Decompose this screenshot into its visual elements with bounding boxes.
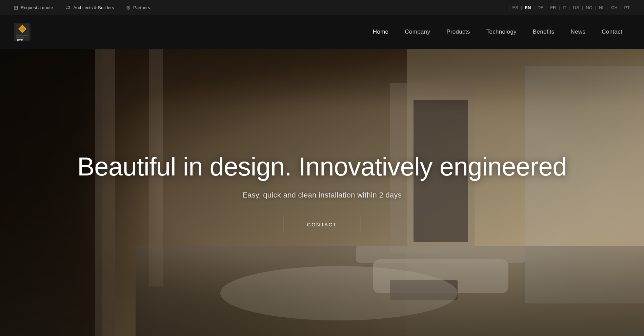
request-quote-link[interactable]: ⊞ Request a quote xyxy=(14,4,53,11)
hero-subtitle: Easy, quick and clean installation withi… xyxy=(242,191,402,200)
lang-de[interactable]: DE xyxy=(537,5,544,10)
main-nav: Home Company Products Technology Benefit… xyxy=(365,26,630,38)
lang-es[interactable]: ES xyxy=(512,5,519,10)
lang-fr[interactable]: FR xyxy=(549,5,557,10)
quote-icon: ⊞ xyxy=(14,4,18,11)
hero-content: Beautiful in design. Innovatively engine… xyxy=(0,49,644,336)
top-bar-links: ⊞ Request a quote 🗂 Architects & Builder… xyxy=(14,4,150,11)
lang-nl[interactable]: NL xyxy=(598,5,605,10)
lang-ch[interactable]: CH xyxy=(610,5,618,10)
hero-section: Beautiful in design. Innovatively engine… xyxy=(0,49,644,336)
partners-label: Partners xyxy=(133,5,150,10)
contact-button[interactable]: CONTACT xyxy=(283,216,361,233)
nav-products[interactable]: Products xyxy=(438,26,478,38)
lang-it[interactable]: IT xyxy=(562,5,567,10)
lang-pt[interactable]: PT xyxy=(623,5,630,10)
partners-icon: ⊛ xyxy=(126,4,130,11)
nav-contact[interactable]: Contact xyxy=(593,26,630,38)
pve-logo-svg: pve xyxy=(14,21,31,42)
architects-link[interactable]: 🗂 Architects & Builders xyxy=(65,4,114,11)
nav-news[interactable]: News xyxy=(563,26,594,38)
partners-link[interactable]: ⊛ Partners xyxy=(126,4,150,11)
architects-label: Architects & Builders xyxy=(73,5,114,10)
lang-no[interactable]: NO xyxy=(585,5,593,10)
lang-en[interactable]: EN xyxy=(524,5,531,10)
logo[interactable]: pve xyxy=(14,21,31,42)
briefcase-icon: 🗂 xyxy=(65,4,71,11)
language-switcher: | ES | EN | DE | FR | IT | US | NO | NL … xyxy=(508,5,630,10)
nav-company[interactable]: Company xyxy=(397,26,438,38)
svg-rect-4 xyxy=(16,35,28,36)
svg-text:pve: pve xyxy=(17,38,23,41)
request-quote-label: Request a quote xyxy=(21,5,53,10)
lang-us[interactable]: US xyxy=(572,5,580,10)
top-bar: ⊞ Request a quote 🗂 Architects & Builder… xyxy=(0,0,644,15)
nav-home[interactable]: Home xyxy=(365,26,397,38)
nav-technology[interactable]: Technology xyxy=(478,26,525,38)
nav-benefits[interactable]: Benefits xyxy=(525,26,563,38)
header: pve Home Company Products Technology Ben… xyxy=(0,15,644,49)
hero-title: Beautiful in design. Innovatively engine… xyxy=(77,152,567,181)
